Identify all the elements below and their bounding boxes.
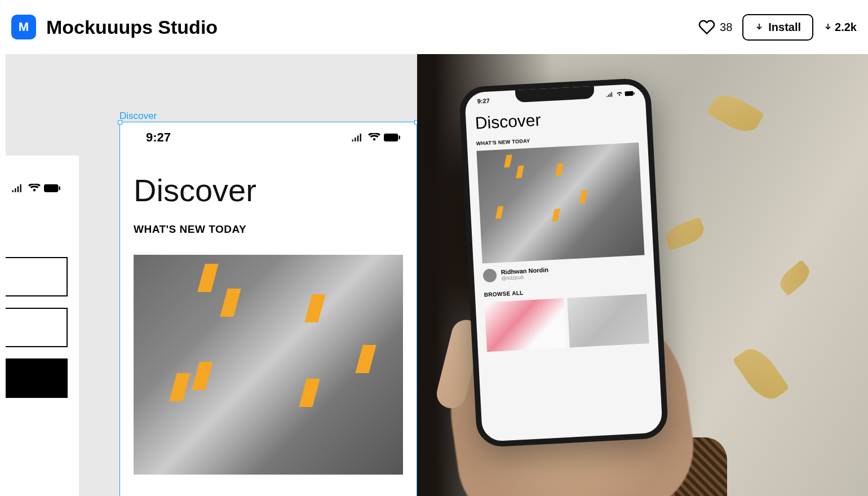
avatar — [482, 268, 497, 282]
statusbar-icons — [11, 184, 61, 193]
thumbnail — [567, 294, 649, 347]
wireframe-block-filled — [6, 358, 68, 398]
svg-rect-1 — [59, 187, 60, 191]
statusbar-icons — [351, 133, 401, 142]
downloads-count[interactable]: 2.2k — [823, 21, 857, 34]
leaf-decoration — [776, 260, 814, 296]
plugin-title: Mockuuups Studio — [46, 16, 698, 38]
wireframe-block — [6, 308, 68, 347]
logo-letter: M — [19, 20, 29, 34]
section-heading: WHAT'S NEW TODAY — [120, 223, 417, 255]
svg-rect-0 — [44, 184, 58, 192]
svg-rect-3 — [399, 136, 400, 140]
svg-rect-2 — [384, 134, 398, 141]
signal-icon — [11, 184, 25, 192]
battery-icon — [44, 184, 61, 192]
wireframe-blocks — [6, 257, 68, 398]
selection-handle[interactable] — [118, 120, 122, 125]
wifi-icon — [615, 91, 623, 97]
frame-label[interactable]: Discover — [119, 110, 157, 122]
install-button[interactable]: Install — [742, 14, 813, 41]
selected-frame[interactable]: 9:27 Discover WHAT'S NEW TODAY — [119, 122, 417, 496]
plugin-header: M Mockuuups Studio 38 Install 2.2k — [0, 0, 868, 54]
leaf-decoration — [732, 342, 790, 406]
battery-icon — [625, 90, 635, 96]
signal-icon — [606, 91, 614, 97]
heart-icon — [698, 19, 715, 36]
author-info: Ridhwan Nordin @ridzjcob — [501, 266, 548, 281]
phone-mockup: 9:27 Discover WHAT'S NEW TODAY — [458, 78, 668, 448]
page-title: Discover — [120, 145, 417, 223]
like-button[interactable]: 38 — [698, 19, 732, 36]
install-label: Install — [768, 21, 801, 34]
header-actions: 38 Install 2.2k — [698, 14, 857, 41]
wifi-icon — [368, 133, 380, 142]
like-count: 38 — [720, 21, 732, 34]
svg-rect-4 — [625, 91, 634, 96]
downloads-label: 2.2k — [835, 21, 857, 34]
statusbar-time: 9:27 — [146, 130, 171, 145]
leaf-decoration — [663, 217, 707, 251]
wireframe-block — [6, 257, 68, 296]
statusbar-time: 9:27 — [477, 97, 490, 104]
battery-icon — [384, 134, 401, 141]
mockup-photo: 9:27 Discover WHAT'S NEW TODAY — [417, 54, 868, 496]
preview-canvas: Discover 9:27 Discover WHAT'S NEW TODAY — [6, 54, 868, 496]
signal-icon — [351, 134, 365, 141]
leaf-decoration — [707, 88, 765, 138]
download-icon — [823, 23, 832, 32]
thumbnail — [484, 298, 566, 352]
statusbar: 9:27 — [120, 122, 417, 145]
svg-rect-5 — [634, 92, 635, 94]
wifi-icon — [28, 184, 41, 193]
thumbnail-row — [476, 294, 658, 353]
download-icon — [755, 23, 764, 32]
hero-image — [134, 255, 403, 475]
plugin-logo: M — [11, 15, 36, 39]
hero-image — [476, 143, 644, 264]
